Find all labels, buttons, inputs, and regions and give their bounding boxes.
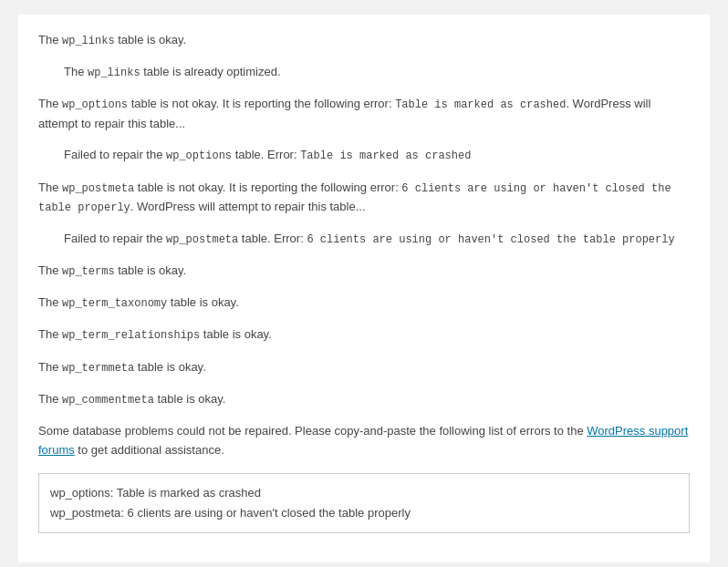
- wp-terms-section: The wp_terms table is okay.: [38, 262, 690, 281]
- summary-paragraph: Some database problems could not be repa…: [38, 422, 690, 460]
- wp-commentmeta-section: The wp_commentmeta table is okay.: [38, 390, 690, 409]
- wp-commentmeta-ok-prefix: The: [38, 392, 62, 406]
- wp-terms-ok-prefix: The: [38, 263, 62, 277]
- wp-options-fail-pre: Failed to repair the: [64, 148, 166, 161]
- wp-term-relationships-ok-prefix: The: [38, 327, 62, 341]
- wp-options-table-name: wp_options: [62, 98, 128, 111]
- wp-term-taxonomy-section: The wp_term_taxonomy table is okay.: [38, 294, 690, 313]
- wp-postmeta-fail-table: wp_postmeta: [166, 233, 238, 246]
- wp-options-error-line: The wp_options table is not okay. It is …: [38, 95, 690, 133]
- wp-options-fail-line: Failed to repair the wp_options table. E…: [38, 146, 690, 165]
- wp-commentmeta-ok-line: The wp_commentmeta table is okay.: [38, 390, 690, 409]
- wp-commentmeta-ok-suffix: table is okay.: [154, 392, 226, 406]
- wp-term-taxonomy-ok-suffix: table is okay.: [167, 295, 239, 309]
- wp-postmeta-fail-line: Failed to repair the wp_postmeta table. …: [38, 230, 690, 249]
- wp-termmeta-ok-line: The wp_termmeta table is okay.: [38, 358, 690, 377]
- wp-options-intro: The: [38, 97, 62, 110]
- wp-postmeta-intro: The: [38, 180, 62, 194]
- wp-links-opt-prefix: The: [64, 65, 88, 78]
- wp-terms-table-name: wp_terms: [62, 265, 115, 278]
- wp-links-ok-line: The wp_links table is okay.: [38, 31, 690, 50]
- wp-term-relationships-section: The wp_term_relationships table is okay.: [38, 325, 690, 345]
- wp-terms-ok-line: The wp_terms table is okay.: [38, 262, 690, 281]
- error-box-line2: wp_postmeta: 6 clients are using or have…: [50, 503, 678, 523]
- wp-postmeta-section: The wp_postmeta table is not okay. It is…: [38, 179, 690, 250]
- wp-links-ok-prefix: The: [38, 33, 62, 46]
- wp-term-taxonomy-ok-line: The wp_term_taxonomy table is okay.: [38, 294, 690, 313]
- wp-postmeta-fail-pre: Failed to repair the: [64, 232, 166, 245]
- wp-options-fail-mid: table. Error:: [232, 148, 300, 161]
- wp-postmeta-error-mid: table is not okay. It is reporting the f…: [134, 180, 401, 194]
- wp-termmeta-ok-prefix: The: [38, 360, 62, 374]
- wp-options-section: The wp_options table is not okay. It is …: [38, 95, 690, 165]
- wp-termmeta-ok-suffix: table is okay.: [134, 360, 206, 374]
- wp-term-relationships-ok-line: The wp_term_relationships table is okay.: [38, 325, 690, 345]
- wp-links-ok-suffix: table is okay.: [115, 33, 187, 46]
- summary-end: to get additional assistance.: [75, 443, 224, 457]
- wp-term-relationships-ok-suffix: table is okay.: [200, 327, 272, 341]
- wp-terms-ok-suffix: table is okay.: [115, 263, 187, 277]
- wp-term-taxonomy-ok-prefix: The: [38, 295, 62, 309]
- wp-postmeta-table-name: wp_postmeta: [62, 182, 134, 195]
- wp-links-opt-suffix: table is already optimized.: [140, 65, 281, 78]
- summary-section: Some database problems could not be repa…: [38, 422, 690, 533]
- error-box: wp_options: Table is marked as crashed w…: [38, 473, 690, 533]
- wp-links-section: The wp_links table is okay. The wp_links…: [38, 31, 690, 82]
- error-box-line1: wp_options: Table is marked as crashed: [50, 483, 678, 503]
- wp-term-relationships-table-name: wp_term_relationships: [62, 329, 200, 342]
- wp-commentmeta-table-name: wp_commentmeta: [62, 394, 154, 407]
- wp-links-table-name: wp_links: [62, 35, 115, 47]
- wp-options-error-code: Table is marked as crashed: [395, 98, 566, 111]
- wp-options-error-mid: table is not okay. It is reporting the f…: [128, 97, 395, 110]
- summary-text: Some database problems could not be repa…: [38, 424, 587, 438]
- wp-term-taxonomy-table-name: wp_term_taxonomy: [62, 297, 167, 310]
- wp-termmeta-section: The wp_termmeta table is okay.: [38, 358, 690, 377]
- wp-postmeta-error-line: The wp_postmeta table is not okay. It is…: [38, 179, 690, 217]
- wp-options-fail-code: Table is marked as crashed: [300, 149, 471, 162]
- wp-postmeta-fail-mid: table. Error:: [238, 232, 307, 245]
- wp-options-fail-table: wp_options: [166, 149, 232, 162]
- main-content: The wp_links table is okay. The wp_links…: [18, 15, 710, 562]
- wp-postmeta-fail-code: 6 clients are using or haven't closed th…: [307, 233, 674, 246]
- wp-links-opt-table-name: wp_links: [88, 67, 140, 79]
- wp-postmeta-error-end: . WordPress will attempt to repair this …: [130, 200, 366, 213]
- wp-links-optimized-line: The wp_links table is already optimized.: [38, 63, 690, 82]
- wp-termmeta-table-name: wp_termmeta: [62, 362, 134, 375]
